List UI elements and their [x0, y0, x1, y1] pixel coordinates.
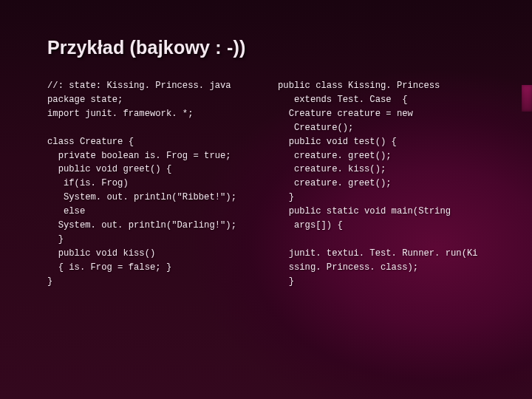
- code-columns: //: state: Kissing. Princess. java packa…: [47, 79, 495, 289]
- slide-title: Przykład (bajkowy : -)): [47, 37, 495, 58]
- code-column-left: //: state: Kissing. Princess. java packa…: [47, 79, 265, 289]
- slide: Przykład (bajkowy : -)) //: state: Kissi…: [0, 0, 532, 399]
- code-block-left: //: state: Kissing. Princess. java packa…: [47, 79, 265, 289]
- code-column-right: public class Kissing. Princess extends T…: [278, 79, 495, 289]
- accent-bar: [522, 85, 532, 112]
- code-block-right: public class Kissing. Princess extends T…: [278, 79, 495, 289]
